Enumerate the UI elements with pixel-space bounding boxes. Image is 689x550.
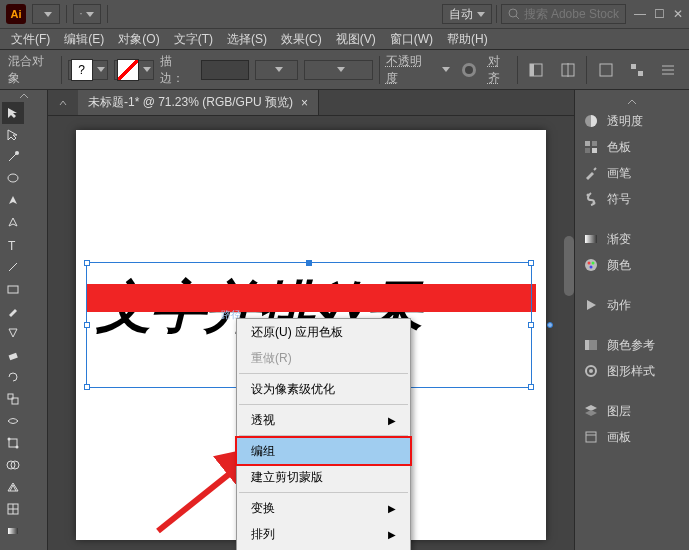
panel-graphic-styles[interactable]: 图形样式 [575,358,689,384]
minimize-button[interactable]: — [634,7,646,21]
panel-symbols[interactable]: 符号 [575,186,689,212]
gradient-icon [583,231,599,247]
svg-rect-46 [585,148,590,153]
menu-object[interactable]: 对象(O) [111,28,166,51]
varwidth-dropdown[interactable] [255,60,298,80]
eyedropper-tool[interactable] [2,542,24,550]
menu-select[interactable]: 选择(S) [220,28,274,51]
ctx-arrange[interactable]: 排列▶ [237,521,410,547]
svg-point-51 [585,259,597,271]
menu-type[interactable]: 文字(T) [167,28,220,51]
svg-rect-10 [600,64,612,76]
recolor-button[interactable] [456,59,481,81]
align-opt1[interactable] [524,59,549,81]
perspective-grid-tool[interactable] [2,476,24,498]
document-tab[interactable]: 未标题-1* @ 71.23% (RGB/GPU 预览) × [78,90,319,115]
scale-tool[interactable] [2,388,24,410]
svg-point-54 [590,266,593,269]
stroke-label: 描边： [160,53,195,87]
ctx-group[interactable]: 编组 [237,438,410,464]
gradient-tool[interactable] [2,520,24,542]
paintbrush-tool[interactable] [2,300,24,322]
mesh-tool[interactable] [2,498,24,520]
align-label[interactable]: 对齐 [488,53,511,87]
maximize-button[interactable]: ☐ [654,7,665,21]
menu-effect[interactable]: 效果(C) [274,28,329,51]
panel-color[interactable]: 颜色 [575,252,689,278]
ctx-redo: 重做(R) [237,345,410,371]
opacity-label[interactable]: 不透明度 [386,53,433,87]
svg-rect-12 [638,71,643,76]
svg-point-5 [465,66,473,74]
search-stock-input[interactable]: 搜索 Adobe Stock [501,4,626,24]
close-button[interactable]: ✕ [673,7,683,21]
svg-point-17 [8,174,18,182]
align-opt2[interactable] [555,59,580,81]
fill-swatch-dropdown[interactable]: ? [68,60,108,80]
svg-rect-57 [585,340,589,350]
svg-rect-11 [631,64,636,69]
panel-actions[interactable]: 动作 [575,292,689,318]
document-tab-close[interactable]: × [301,96,308,110]
ctx-pixel-perfect[interactable]: 设为像素级优化 [237,376,410,402]
type-tool[interactable]: T [2,234,24,256]
panel-transparency[interactable]: 透明度 [575,108,689,134]
graphicstyles-icon [583,363,599,379]
chevron-right-icon: ▶ [388,529,396,540]
panel-menu-button[interactable] [656,59,681,81]
svg-point-25 [8,438,11,441]
menu-file[interactable]: 文件(F) [4,28,57,51]
lasso-tool[interactable] [2,168,24,190]
eraser-tool[interactable] [2,344,24,366]
workspace-switcher[interactable]: 自动 [442,4,492,24]
stroke-weight-input[interactable] [201,60,250,80]
menu-help[interactable]: 帮助(H) [440,28,495,51]
menu-edit[interactable]: 编辑(E) [57,28,111,51]
search-placeholder: 搜索 Adobe Stock [524,6,619,23]
magic-wand-tool[interactable] [2,146,24,168]
panel-dock: 透明度 色板 画笔 符号 渐变 颜色 动作 颜色参考 图形样式 图层 画板 [574,90,689,550]
workspace-label: 自动 [449,6,473,23]
direct-selection-tool[interactable] [2,124,24,146]
rotate-tool[interactable] [2,366,24,388]
ctx-undo[interactable]: 还原(U) 应用色板 [237,319,410,345]
svg-rect-32 [8,528,18,534]
svg-point-2 [509,9,517,17]
panel-swatches[interactable]: 色板 [575,134,689,160]
ctx-transform[interactable]: 变换▶ [237,495,410,521]
menu-window[interactable]: 窗口(W) [383,28,440,51]
shape-builder-tool[interactable] [2,454,24,476]
arrange-dropdown[interactable] [73,4,101,24]
line-tool[interactable] [2,256,24,278]
tab-expand-icon[interactable] [48,90,78,115]
pen-tool[interactable] [2,190,24,212]
width-tool[interactable] [2,410,24,432]
svg-line-19 [9,263,17,271]
shaper-tool[interactable] [2,322,24,344]
free-transform-tool[interactable] [2,432,24,454]
panel-brushes[interactable]: 画笔 [575,160,689,186]
stroke-swatch-dropdown[interactable] [114,60,154,80]
search-icon [508,8,520,20]
brush-def-dropdown[interactable] [304,60,372,80]
svg-rect-50 [585,235,597,243]
selection-tool[interactable] [2,102,24,124]
svg-point-16 [15,151,19,155]
panel-gradient[interactable]: 渐变 [575,226,689,252]
ctx-perspective[interactable]: 透视▶ [237,407,410,433]
svg-rect-21 [9,353,18,360]
layers-icon [583,403,599,419]
ctx-make-clipping-mask[interactable]: 建立剪切蒙版 [237,464,410,490]
chevron-right-icon: ▶ [388,415,396,426]
canvas-scrollbar[interactable] [564,236,574,296]
transform-button[interactable] [593,59,618,81]
curvature-tool[interactable] [2,212,24,234]
isolate-button[interactable] [625,59,650,81]
panel-artboards[interactable]: 画板 [575,424,689,450]
rectangle-tool[interactable] [2,278,24,300]
menu-view[interactable]: 视图(V) [329,28,383,51]
panel-layers[interactable]: 图层 [575,398,689,424]
panel-color-guide[interactable]: 颜色参考 [575,332,689,358]
bridge-dropdown[interactable] [32,4,60,24]
svg-rect-24 [9,439,17,447]
